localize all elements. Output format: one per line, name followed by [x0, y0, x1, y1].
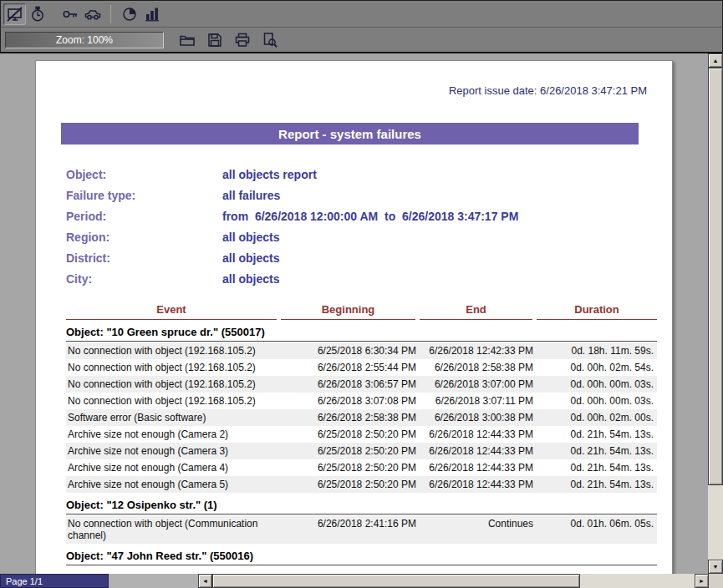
- parameter-value: all objects: [222, 231, 279, 244]
- save-button[interactable]: [203, 29, 226, 51]
- preview-area: Report issue date: 6/26/2018 3:47:21 PM …: [0, 52, 723, 574]
- parameter-row: Object: all objects report: [66, 164, 672, 185]
- horizontal-scrollbar[interactable]: ◄ ►: [198, 574, 709, 588]
- print-button[interactable]: [231, 29, 253, 51]
- table-cell: 6/26/2018 2:41:16 PM: [281, 515, 420, 532]
- table-cell: 6/26/2018 3:06:57 PM: [281, 376, 420, 393]
- table-cell: Archive size not enough (Camera 4): [66, 459, 281, 476]
- preview-search-button[interactable]: [258, 29, 281, 51]
- table-cell: Software error (Basic software): [66, 409, 281, 426]
- scroll-up-arrow-icon[interactable]: ▲: [708, 53, 723, 68]
- table-cell: No connection with object (Communication…: [66, 515, 281, 544]
- monitor-off-button[interactable]: [3, 3, 26, 25]
- parameter-value: from 6/26/2018 12:00:00 AM to 6/26/2018 …: [222, 210, 518, 223]
- scroll-right-arrow-icon[interactable]: ►: [695, 574, 709, 588]
- group-title: Object: "12 Osipenko str." (1): [66, 493, 657, 514]
- group-title: Object: "10 Green spruce dr." (550017): [66, 320, 657, 342]
- table-row: Archive size not enough (Camera 5)6/25/2…: [66, 476, 657, 493]
- table-cell: 0d. 18h. 11m. 59s.: [537, 342, 657, 359]
- table-row: Archive size not enough (Camera 3)6/25/2…: [66, 443, 657, 459]
- table-cell: 0d. 21h. 54m. 13s.: [537, 459, 657, 476]
- table-cell: 0d. 21h. 54m. 13s.: [537, 443, 657, 459]
- parameter-label: District:: [66, 251, 222, 265]
- horizontal-scrollbar-thumb[interactable]: [212, 574, 580, 588]
- parameter-row: Region: all objects: [66, 226, 672, 247]
- time-pie-button[interactable]: [118, 3, 140, 25]
- group-title: Object: "47 John Reed str." (550016): [66, 544, 657, 565]
- table-cell: Archive size not enough (Camera 2): [66, 426, 281, 443]
- preview-search-icon: [262, 32, 278, 48]
- scroll-down-arrow-icon[interactable]: ▼: [708, 560, 723, 574]
- parameter-row: District: all objects: [66, 247, 672, 268]
- table-cell: 6/26/2018 12:42:33 PM: [420, 342, 537, 359]
- column-header-beginning: Beginning: [281, 303, 415, 320]
- preview-toolbar: Zoom: 100%: [0, 28, 723, 52]
- table-cell: 0d. 00h. 02m. 00s.: [537, 409, 657, 426]
- parameter-label: Region:: [66, 231, 222, 244]
- table-row: No connection with object (192.168.105.2…: [66, 359, 657, 376]
- stopwatch-icon: [29, 6, 46, 23]
- table-cell: 6/26/2018 2:58:38 PM: [420, 359, 537, 376]
- parameter-label: City:: [66, 272, 222, 286]
- table-cell: 6/25/2018 2:50:20 PM: [281, 459, 420, 476]
- preview-toolbar-icons: [176, 29, 281, 51]
- parameter-label: Object:: [66, 168, 222, 181]
- parameter-row: City: all objects: [66, 268, 672, 289]
- table-cell: 6/25/2018 2:50:20 PM: [281, 443, 420, 459]
- column-header-event: Event: [66, 303, 277, 320]
- parameter-value: all objects report: [222, 168, 317, 181]
- table-cell: 6/26/2018 12:44:33 PM: [420, 443, 537, 459]
- key-button[interactable]: [59, 3, 81, 25]
- vertical-scrollbar-thumb[interactable]: [708, 68, 723, 485]
- parameter-value: all objects: [222, 272, 279, 286]
- table-cell: 6/25/2018 2:50:20 PM: [281, 476, 420, 493]
- bar-chart-button[interactable]: [140, 3, 163, 25]
- status-bar: Page 1/1 ◄ ►: [0, 574, 723, 588]
- table-row: Archive size not enough (Camera 2)6/25/2…: [66, 426, 657, 443]
- report-page: Report issue date: 6/26/2018 3:47:21 PM …: [35, 60, 673, 574]
- table-cell: 6/26/2018 2:55:44 PM: [281, 359, 420, 376]
- parameter-value: all failures: [222, 189, 280, 202]
- key-icon: [62, 6, 79, 23]
- table-cell: 6/26/2018 12:44:33 PM: [420, 476, 537, 493]
- table-cell: No connection with object (192.168.105.2…: [66, 359, 281, 376]
- table-header-row: Event Beginning End Duration: [66, 303, 657, 320]
- table-cell: 6/25/2018 6:30:34 PM: [281, 342, 420, 359]
- table-cell: 6/26/2018 12:44:33 PM: [420, 459, 537, 476]
- parameter-value: all objects: [222, 251, 279, 265]
- vehicle-icon: [84, 6, 101, 23]
- table-row: No connection with object (192.168.105.2…: [66, 393, 657, 409]
- vertical-scrollbar[interactable]: ▲ ▼: [708, 53, 723, 574]
- zoom-indicator[interactable]: Zoom: 100%: [5, 32, 164, 48]
- open-folder-button[interactable]: [176, 29, 198, 51]
- table-row: Archive size not enough (Camera 4)6/25/2…: [66, 459, 657, 476]
- table-cell: 6/26/2018 3:07:11 PM: [420, 393, 537, 409]
- table-cell: Archive size not enough (Camera 5): [66, 476, 281, 493]
- toolbar-separator: [110, 5, 111, 23]
- report-parameters: Object: all objects report Failure type:…: [66, 164, 672, 289]
- table-row: No connection with object (192.168.105.2…: [66, 376, 657, 393]
- scroll-left-arrow-icon[interactable]: ◄: [198, 574, 212, 588]
- parameter-label: Period:: [66, 210, 222, 223]
- table-cell: 0d. 00h. 02m. 54s.: [537, 359, 657, 376]
- print-icon: [234, 32, 251, 48]
- parameter-row: Failure type: all failures: [66, 185, 672, 205]
- table-cell: Continues: [420, 515, 537, 532]
- column-header-end: End: [420, 303, 532, 320]
- stopwatch-button[interactable]: [26, 3, 48, 25]
- table-cell: 0d. 21h. 54m. 13s.: [537, 476, 657, 493]
- table-cell: 0d. 01h. 06m. 05s.: [537, 515, 657, 532]
- table-cell: 6/26/2018 12:44:33 PM: [420, 426, 537, 443]
- report-table-groups: Object: "10 Green spruce dr." (550017)No…: [66, 320, 657, 565]
- table-cell: No connection with object (192.168.105.2…: [66, 376, 281, 393]
- open-folder-icon: [179, 32, 196, 48]
- table-cell: No connection with object (192.168.105.2…: [66, 342, 281, 359]
- table-cell: Archive size not enough (Camera 3): [66, 443, 281, 459]
- bar-chart-icon: [144, 6, 160, 23]
- vehicle-button[interactable]: [81, 3, 104, 25]
- table-cell: 6/26/2018 2:58:38 PM: [281, 409, 420, 426]
- main-toolbar: [0, 0, 723, 28]
- table-cell: 6/26/2018 3:07:00 PM: [420, 376, 537, 393]
- monitor-off-icon: [7, 6, 23, 23]
- table-row: Software error (Basic software)6/26/2018…: [66, 409, 657, 426]
